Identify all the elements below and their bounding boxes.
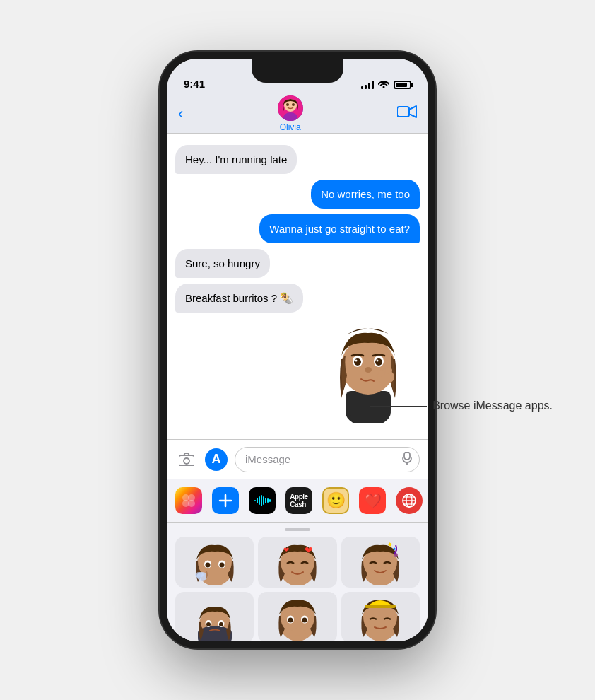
svg-point-17 [365,367,372,373]
svg-rect-77 [365,605,396,608]
svg-point-65 [219,622,223,626]
panel-handle [285,528,310,531]
messages-area: Hey... I'm running late No worries, me t… [167,134,428,443]
tray-browse-button[interactable] [396,487,423,514]
message-bubble[interactable]: Sure, so hungry [175,249,270,278]
back-button[interactable]: ‹ [178,105,183,123]
tray-cash-button[interactable]: AppleCash [285,487,312,514]
svg-point-69 [288,617,293,622]
avatar [278,95,303,121]
app-tray: AppleCash 🙂 ❤️ [167,479,428,523]
svg-point-23 [184,458,189,464]
svg-point-21 [378,370,385,377]
contact-header[interactable]: Olivia [278,95,303,132]
notch [252,59,343,83]
tray-stickers-button[interactable]: ❤️ [359,487,386,514]
sticker-cell[interactable] [258,592,336,643]
status-time: 9:41 [184,78,205,90]
input-bar: A iMessage [167,439,428,479]
message-input[interactable]: iMessage [235,447,420,472]
svg-point-4 [292,103,295,106]
contact-name: Olivia [280,122,301,132]
sticker-cell[interactable] [175,537,254,588]
wifi-icon [378,79,389,90]
annotation-line [370,406,427,407]
mic-icon[interactable] [402,452,412,467]
camera-button[interactable] [175,448,198,471]
annotation: Browse iMessage apps. [370,399,553,412]
tray-memoji-button[interactable]: 🙂 [322,487,349,514]
tray-photos-button[interactable] [175,487,202,514]
signal-icon [361,81,374,89]
svg-point-75 [301,624,308,631]
svg-marker-6 [409,106,416,117]
status-icons [361,79,411,90]
svg-rect-56 [389,542,392,546]
svg-point-3 [286,103,289,106]
tray-appstore-button[interactable] [212,487,239,514]
battery-icon [394,81,411,89]
annotation-text: Browse iMessage apps. [432,399,553,412]
message-bubble[interactable]: No worries, me too [311,180,420,209]
message-bubble[interactable]: Hey... I'm running late [175,145,297,174]
svg-text:❤: ❤ [305,544,313,556]
svg-point-20 [385,367,392,374]
svg-rect-24 [404,452,410,460]
nav-bar: ‹ Olivia [167,94,428,134]
message-bubble[interactable]: Wanna just go straight to eat? [259,214,420,243]
svg-point-10 [341,338,395,395]
svg-point-14 [375,358,382,366]
sticker-grid: ❤ ❤ [172,537,423,643]
svg-point-51 [195,572,204,578]
tray-soundwave-button[interactable] [249,487,276,514]
phone-frame: 9:41 ‹ [160,52,435,648]
sticker-cell[interactable] [341,537,420,588]
svg-point-48 [205,562,210,567]
message-bubble[interactable]: Breakfast burritos ? 🌯 [175,284,303,313]
svg-point-16 [377,359,379,361]
video-call-button[interactable] [397,105,417,122]
svg-point-29 [188,500,195,507]
svg-point-70 [302,617,307,622]
svg-point-15 [355,359,358,361]
sticker-cell[interactable] [175,592,254,643]
svg-point-13 [354,358,361,366]
svg-rect-5 [397,107,409,117]
svg-text:❤: ❤ [283,546,289,554]
svg-point-64 [206,622,211,626]
sticker-panel: ❤ ❤ [167,523,428,641]
apps-button[interactable]: A [205,448,228,471]
svg-point-49 [219,562,224,567]
sticker-cell[interactable] [341,592,420,643]
sticker-cell[interactable]: ❤ ❤ [258,537,336,588]
